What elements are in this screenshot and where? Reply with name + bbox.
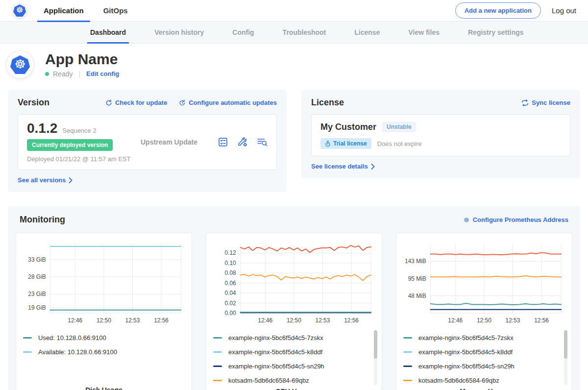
svg-text:0.10: 0.10 xyxy=(225,260,237,267)
auto-update-clock-icon xyxy=(179,99,186,106)
page-title: App Name xyxy=(45,52,119,67)
check-for-update-link[interactable]: Check for update xyxy=(105,99,167,106)
tab-gitops[interactable]: GitOps xyxy=(97,0,134,22)
chart-title: Memory Usage xyxy=(403,388,565,390)
tab-application-label: Application xyxy=(44,6,84,15)
svg-text:143 MiB: 143 MiB xyxy=(405,258,426,265)
legend-item: example-nginx-5bc6f5d4c5-k8ddf xyxy=(213,345,375,359)
usage-chart-svg: 0.000.020.040.060.080.100.1212:4612:5012… xyxy=(213,239,375,327)
legend-scrollbar[interactable] xyxy=(374,330,377,385)
svg-text:0.08: 0.08 xyxy=(225,269,237,276)
tab-application[interactable]: Application xyxy=(37,0,90,22)
kubernetes-heptagon-icon: ☸ xyxy=(13,4,26,17)
disk-usage-legend: Used: 10.128.0.66:9100Available: 10.128.… xyxy=(23,331,185,359)
see-license-details-link[interactable]: See license details xyxy=(311,163,375,170)
configure-automatic-updates-link[interactable]: Configure automatic updates xyxy=(179,99,277,106)
legend-color-dash xyxy=(213,351,222,353)
subnav-label: Dashboard xyxy=(90,28,126,36)
legend-label: example-nginx-5bc6f5d4c5-k8ddf xyxy=(418,348,513,356)
add-application-button[interactable]: Add a new application xyxy=(455,2,541,19)
legend-item: example-nginx-5bc6f5d4c5-7zskx xyxy=(403,331,565,345)
check-for-update-label: Check for update xyxy=(115,99,167,106)
svg-text:0.12: 0.12 xyxy=(225,249,237,256)
sync-license-link[interactable]: Sync license xyxy=(521,99,570,106)
configure-prometheus-label: Configure Prometheus Address xyxy=(473,216,568,223)
legend-scrollbar-thumb[interactable] xyxy=(564,330,567,359)
subnav-label: View files xyxy=(408,28,440,36)
svg-text:95 MiB: 95 MiB xyxy=(408,275,426,282)
legend-item: example-nginx-5bc6f5d4c5-7zskx xyxy=(213,331,375,345)
svg-text:12:50: 12:50 xyxy=(477,317,491,324)
subnav-label: Registry settings xyxy=(468,28,524,36)
see-all-versions-link[interactable]: See all versions xyxy=(18,176,73,184)
status-label: Ready xyxy=(53,70,73,78)
legend-scrollbar-thumb[interactable] xyxy=(374,330,377,359)
license-expiration: Does not expire xyxy=(377,140,422,147)
subnav-item-troubleshoot[interactable]: Troubleshoot xyxy=(280,22,329,44)
legend-color-dash xyxy=(23,351,32,353)
preflight-checks-icon[interactable] xyxy=(218,137,228,147)
svg-text:12:53: 12:53 xyxy=(506,317,520,324)
stopwatch-icon xyxy=(325,141,331,147)
divider: | xyxy=(78,70,80,78)
svg-text:12:46: 12:46 xyxy=(258,317,272,324)
chart-title: CPU Usage xyxy=(213,388,375,390)
version-card-title: Version xyxy=(18,98,49,108)
main-content: Version Check for update Configure autom… xyxy=(0,88,588,390)
deploy-logs-icon[interactable] xyxy=(257,137,268,147)
svg-text:33 GiB: 33 GiB xyxy=(28,256,46,263)
kubernetes-heptagon-icon: ☸ xyxy=(10,55,30,74)
app-logo: ☸ xyxy=(6,50,34,79)
legend-label: kotsadm-5db6dc6584-69qbz xyxy=(228,377,309,384)
deployed-timestamp: Deployed 01/21/22 @ 11:57 am EST xyxy=(27,155,141,163)
legend-item: Used: 10.128.0.66:9100 xyxy=(23,331,185,345)
app-header: ☸ App Name Ready | Edit config xyxy=(0,44,588,88)
logout-button[interactable]: Log out xyxy=(552,6,576,15)
legend-color-dash xyxy=(403,337,412,339)
subnav-item-config[interactable]: Config xyxy=(229,22,257,44)
refresh-icon xyxy=(105,99,112,106)
config-wrench-icon[interactable] xyxy=(237,137,248,147)
legend-color-dash xyxy=(213,366,222,367)
legend-label: example-nginx-5bc6f5d4c5-7zskx xyxy=(418,334,514,341)
chevron-right-icon xyxy=(371,164,375,170)
svg-text:0.04: 0.04 xyxy=(225,290,237,296)
legend-color-dash xyxy=(213,380,222,381)
subnav-item-dashboard[interactable]: Dashboard xyxy=(87,22,129,44)
subnav-item-view-files[interactable]: View files xyxy=(405,22,442,44)
kubernetes-logo: ☸ xyxy=(12,3,27,19)
legend-label: kotsadm-5db6dc6584-69qbz xyxy=(418,377,499,384)
subnav-label: Troubleshoot xyxy=(283,28,326,36)
usage-chart-svg: 48 MiB95 MiB143 MiB12:4612:5012:5312:56 xyxy=(403,239,565,327)
trial-license-label: Trial license xyxy=(333,140,367,147)
edit-config-link[interactable]: Edit config xyxy=(86,70,119,77)
svg-text:48 MiB: 48 MiB xyxy=(408,292,426,299)
subnav-item-registry-settings[interactable]: Registry settings xyxy=(465,22,527,44)
memory-usage-legend: example-nginx-5bc6f5d4c5-7zskxexample-ng… xyxy=(403,331,565,388)
legend-scrollbar[interactable] xyxy=(564,330,567,385)
see-all-versions-label: See all versions xyxy=(18,176,66,184)
subnav-label: License xyxy=(354,28,380,36)
legend-item: example-nginx-5bc6f5d4c5-sn29h xyxy=(213,359,375,373)
svg-text:12:53: 12:53 xyxy=(125,317,140,324)
sub-nav: Dashboard Version history Config Trouble… xyxy=(0,22,588,44)
tab-gitops-label: GitOps xyxy=(103,6,128,15)
legend-color-dash xyxy=(403,351,412,353)
configure-prometheus-link[interactable]: Configure Prometheus Address xyxy=(463,216,568,223)
cpu-usage-chart-card: 0.000.020.040.060.080.100.1212:4612:5012… xyxy=(206,233,382,390)
customer-name: My Customer xyxy=(320,122,376,132)
legend-label: example-nginx-5bc6f5d4c5-sn29h xyxy=(418,363,514,370)
usage-chart-svg: 19 GiB23 GiB28 GiB33 GiB12:4612:5012:531… xyxy=(23,239,185,327)
sequence-label: Sequence 2 xyxy=(62,127,96,134)
version-card: Version Check for update Configure autom… xyxy=(8,90,287,192)
subnav-item-license[interactable]: License xyxy=(351,22,383,44)
svg-text:19 GiB: 19 GiB xyxy=(28,304,46,311)
subnav-item-version-history[interactable]: Version history xyxy=(151,22,207,44)
legend-item: example-nginx-5bc6f5d4c5-sn29h xyxy=(403,359,565,373)
license-card: License Sync license My Customer Unstabl… xyxy=(301,90,580,178)
disk-usage-chart-card: 19 GiB23 GiB28 GiB33 GiB12:4612:5012:531… xyxy=(16,233,192,390)
legend-item: kotsadm-5db6dc6584-69qbz xyxy=(213,373,375,388)
svg-text:12:56: 12:56 xyxy=(534,317,549,324)
sync-license-label: Sync license xyxy=(532,99,570,106)
subnav-label: Version history xyxy=(154,28,204,36)
